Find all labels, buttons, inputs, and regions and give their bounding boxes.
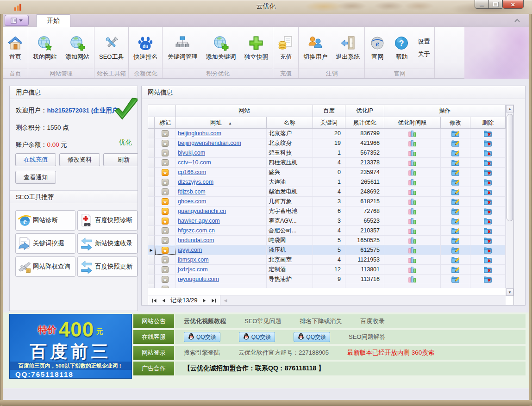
url-cell[interactable]: beijingwenshendian.com bbox=[176, 138, 267, 148]
ribbon-button-seo-tools[interactable]: SEO工具 bbox=[95, 27, 128, 69]
delete-cell[interactable] bbox=[470, 187, 506, 197]
row-selector-cell[interactable] bbox=[148, 226, 155, 236]
seo-tool-button-2[interactable]: 百度快照诊断 bbox=[77, 210, 138, 231]
row-selector-cell[interactable] bbox=[148, 265, 155, 275]
ad-banner[interactable]: 特价 400 元 百度前三 百度前三页内，500以下指数的正规企业词！ QQ:7… bbox=[9, 314, 132, 379]
maximize-button[interactable] bbox=[488, 0, 502, 9]
delete-cell[interactable] bbox=[470, 138, 506, 148]
url-cell[interactable]: cctv--10.com bbox=[176, 158, 267, 168]
delete-cell[interactable] bbox=[470, 197, 506, 206]
time-range-cell[interactable] bbox=[384, 255, 441, 265]
ribbon-button-exit-system[interactable]: 退出系统 bbox=[332, 27, 364, 69]
edit-cell[interactable] bbox=[441, 275, 470, 284]
url-cell[interactable]: fdjzsb.com bbox=[176, 187, 267, 197]
delete-cell[interactable] bbox=[470, 206, 506, 216]
url-cell[interactable]: ghoes.com bbox=[176, 197, 267, 206]
announcement-link[interactable]: SEO常见问题 bbox=[244, 317, 281, 325]
star-cell[interactable]: ★ bbox=[155, 138, 176, 148]
url-cell[interactable]: reyouguolu.com bbox=[176, 275, 267, 284]
delete-cell[interactable] bbox=[470, 226, 506, 236]
site-url-link[interactable]: reyouguolu.com bbox=[178, 276, 219, 282]
row-selector-cell[interactable] bbox=[148, 168, 155, 177]
row-selector-cell[interactable] bbox=[148, 216, 155, 226]
ribbon-button-add-keyword[interactable]: 添加关键词 bbox=[201, 27, 240, 69]
edit-cell[interactable] bbox=[441, 148, 470, 158]
edit-cell[interactable] bbox=[441, 187, 470, 197]
time-range-cell[interactable] bbox=[384, 275, 441, 284]
table-row[interactable]: ▶★jayyj.com液压机5612575 bbox=[148, 245, 506, 255]
scroll-up-icon[interactable]: ▲ bbox=[506, 105, 513, 112]
star-cell[interactable]: ★ bbox=[155, 129, 176, 138]
table-row[interactable]: ★cctv--10.com四柱液压机4213378 bbox=[148, 158, 506, 168]
table-row[interactable]: ★reyouguolu.com导热油炉9113716 bbox=[148, 275, 506, 284]
delete-cell[interactable] bbox=[470, 168, 506, 177]
star-cell[interactable]: ★ bbox=[155, 226, 176, 236]
star-cell[interactable]: ★ bbox=[155, 265, 176, 275]
row-selector-cell[interactable] bbox=[148, 177, 155, 187]
ribbon-text-button-about[interactable]: 关于 bbox=[418, 50, 430, 58]
delete-cell[interactable] bbox=[470, 158, 506, 168]
edit-cell[interactable] bbox=[441, 197, 470, 206]
qq-chat-button[interactable]: QQ交谈 bbox=[239, 332, 275, 342]
site-url-link[interactable]: jbmspx.com bbox=[178, 256, 209, 263]
site-url-link[interactable]: hndundai.com bbox=[178, 237, 214, 244]
row-selector-cell[interactable] bbox=[148, 187, 155, 197]
ribbon-button-keyword-management[interactable]: 关键词管理 bbox=[163, 27, 201, 69]
ribbon-button-recharge[interactable]: 充值 bbox=[274, 27, 298, 69]
site-url-link[interactable]: dlzszyjys.com bbox=[178, 179, 213, 185]
refresh-button[interactable]: 刷新 bbox=[103, 153, 138, 166]
star-cell[interactable]: ★ bbox=[155, 255, 176, 265]
edit-cell[interactable] bbox=[441, 129, 470, 138]
minimize-button[interactable] bbox=[475, 0, 488, 9]
row-selector-cell[interactable] bbox=[148, 255, 155, 265]
star-cell[interactable]: ★ bbox=[155, 158, 176, 168]
announcement-link[interactable]: 排名下降或消失 bbox=[300, 317, 342, 325]
url-cell[interactable]: guangyudianchi.cn bbox=[176, 206, 267, 216]
delete-cell[interactable] bbox=[470, 255, 506, 265]
announcement-link[interactable]: 云优化视频教程 bbox=[184, 317, 226, 325]
star-cell[interactable]: ★ bbox=[155, 197, 176, 206]
edit-cell[interactable] bbox=[441, 255, 470, 265]
url-cell[interactable]: jxdzjsc.com bbox=[176, 265, 267, 275]
table-row[interactable]: ★hawker-agv.com霍克AGV...365523 bbox=[148, 216, 506, 226]
time-range-cell[interactable] bbox=[384, 216, 441, 226]
site-url-link[interactable]: hfgszc.com.cn bbox=[178, 227, 215, 234]
scroll-down-icon[interactable]: ▼ bbox=[506, 288, 513, 296]
star-cell[interactable]: ★ bbox=[155, 275, 176, 284]
url-cell[interactable]: cp166.com bbox=[176, 168, 267, 177]
table-row[interactable]: ★guangyudianchi.cn光宇蓄电池672768 bbox=[148, 206, 506, 216]
time-range-cell[interactable] bbox=[384, 148, 441, 158]
url-cell[interactable]: hfgszc.com.cn bbox=[176, 226, 267, 236]
ribbon-button-help[interactable]: ?帮助 bbox=[389, 27, 413, 69]
delete-cell[interactable] bbox=[470, 148, 506, 158]
time-range-cell[interactable] bbox=[384, 158, 441, 168]
table-row[interactable]: ★fdjzsb.com柴油发电机4248692 bbox=[148, 187, 506, 197]
close-button[interactable]: × bbox=[502, 0, 524, 9]
time-range-cell[interactable] bbox=[384, 177, 441, 187]
site-url-link[interactable]: cctv--10.com bbox=[178, 159, 211, 166]
time-range-cell[interactable] bbox=[384, 187, 441, 197]
partial-table-row[interactable]: ★... bbox=[148, 284, 506, 288]
table-row[interactable]: ★biyukj.com碧玉科技1567352 bbox=[148, 148, 506, 158]
site-url-link[interactable]: cp166.com bbox=[178, 169, 206, 175]
app-menu-button[interactable] bbox=[5, 15, 29, 26]
row-selector-cell[interactable] bbox=[148, 206, 155, 216]
first-record-button[interactable] bbox=[152, 298, 157, 303]
table-row[interactable]: ★hfgszc.com.cn合肥公司...4210357 bbox=[148, 226, 506, 236]
site-url-link[interactable]: beijingluohu.com bbox=[178, 130, 221, 137]
last-record-button[interactable] bbox=[211, 298, 216, 303]
time-range-cell[interactable] bbox=[384, 245, 441, 255]
ribbon-collapse-button[interactable] bbox=[515, 18, 523, 23]
star-cell[interactable]: ★ bbox=[155, 216, 176, 226]
scrollbar-thumb[interactable] bbox=[507, 114, 513, 221]
ribbon-text-button-settings[interactable]: 设置 bbox=[418, 37, 430, 46]
announcement-link[interactable]: SEO问题解答 bbox=[349, 333, 385, 341]
star-cell[interactable]: ★ bbox=[155, 177, 176, 187]
tab-start[interactable]: 开始 bbox=[36, 14, 70, 27]
url-cell[interactable]: hndundai.com bbox=[176, 236, 267, 245]
online-recharge-button[interactable]: 在线充值 bbox=[15, 153, 56, 166]
ribbon-button-official-site[interactable]: e官网 bbox=[365, 27, 389, 69]
table-row[interactable]: ★cp166.com盛兴0235974 bbox=[148, 168, 506, 177]
edit-cell[interactable] bbox=[441, 177, 470, 187]
ribbon-button-my-websites[interactable]: 我的网站 bbox=[29, 27, 61, 69]
